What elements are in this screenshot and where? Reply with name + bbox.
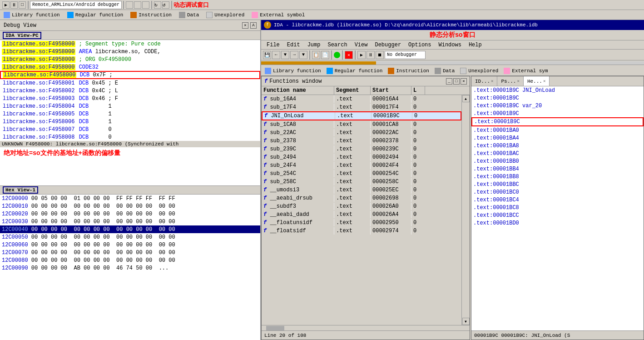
copy-btn[interactable]: 📋 xyxy=(312,51,320,59)
down-btn[interactable]: ▼ xyxy=(281,51,289,59)
func-row-subdf3[interactable]: f __subdf3 .text 000026A0 0 xyxy=(262,202,461,210)
ida-line-6[interactable]: libcrackme.so:F4958001 DCB 0x45 ; E xyxy=(0,79,260,87)
scroll-up-btn[interactable]: ▲ xyxy=(462,95,470,102)
fw-minimize-btn[interactable]: _ xyxy=(446,78,452,85)
fwd-btn[interactable]: → xyxy=(290,51,298,59)
tab-line-16[interactable]: .text:00001BC8 xyxy=(471,204,644,211)
menu-search[interactable]: Search xyxy=(324,40,351,49)
ida-line-3[interactable]: libcrackme.so:F4958000 ; ORG 0xF4958000 xyxy=(0,55,260,63)
tab-line-12[interactable]: .text:00001BB8 xyxy=(471,173,644,180)
tab-line-1[interactable]: .text:00001B9C JNI_OnLoad xyxy=(471,86,644,94)
ida-line-4[interactable]: libcrackme.so:F4958000 CODE32 xyxy=(0,63,260,71)
hex-line-8[interactable]: 12C00070 00 00 00 00 00 00 00 00 00 00 0… xyxy=(0,249,260,256)
ida-line-11[interactable]: libcrackme.so:F4958006 DCB 1 xyxy=(0,118,260,125)
col-fname-header[interactable]: Function name xyxy=(262,86,334,95)
func-row-sub-24F4[interactable]: f sub_24F4 .text 000024F4 0 xyxy=(262,161,461,170)
hex-line-3[interactable]: 12C00020 00 00 00 00 00 00 00 00 00 00 0… xyxy=(0,210,260,218)
func-row-umodsi3[interactable]: f __umodsi3 .text 000025EC 0 xyxy=(262,186,461,194)
ida-line-5-selected[interactable]: libcrackme.so:F4958000 DCB 0x7F ; xyxy=(0,71,260,79)
debug-view-restore-btn[interactable]: A xyxy=(250,22,257,29)
hex-line-7[interactable]: 12C00060 00 00 00 00 00 00 00 00 00 00 0… xyxy=(0,241,260,249)
stop-btn[interactable]: □ xyxy=(19,1,26,9)
tab-line-4[interactable]: .text:00001B9C xyxy=(471,110,644,117)
hex-line-5-selected[interactable]: 12C00040 00 00 00 00 00 00 00 00 00 00 0… xyxy=(0,225,260,233)
tab-line-9[interactable]: .text:00001BAC xyxy=(471,150,644,157)
tab-ps[interactable]: Ps... ✕ xyxy=(497,76,523,86)
func-row-sub-2378[interactable]: f sub_2378 .text 00002378 0 xyxy=(262,137,461,145)
fw-close-btn[interactable]: ✕ xyxy=(461,78,467,85)
fw-restore-btn[interactable]: □ xyxy=(453,78,460,85)
save-btn[interactable]: 💾 xyxy=(263,51,271,59)
func-row-aeabi-drsub[interactable]: f __aeabi_drsub .text 00002698 0 xyxy=(262,194,461,202)
tab-id[interactable]: ID... ✕ xyxy=(471,76,497,86)
ida-line-8[interactable]: libcrackme.so:F4958003 DCB 0x46 ; F xyxy=(0,95,260,102)
menu-windows[interactable]: Windows xyxy=(435,40,465,49)
hex-line-4[interactable]: 12C00030 00 00 00 00 00 00 00 00 00 00 0… xyxy=(0,218,260,225)
toolbar-btn-3[interactable] xyxy=(142,1,149,9)
tab-line-17[interactable]: .text:00001BCC xyxy=(471,211,644,219)
func-row-sub-239C[interactable]: f sub_239C .text 0000239C 0 xyxy=(262,145,461,153)
hex-line-6[interactable]: 12C00050 00 00 00 00 00 00 00 00 00 00 0… xyxy=(0,233,260,241)
ida-line-10[interactable]: libcrackme.so:F4958005 DCB 1 xyxy=(0,110,260,118)
hex-line-10[interactable]: 12C00090 00 00 00 00 AB 00 00 00 46 74 5… xyxy=(0,264,260,272)
debugger-dropdown[interactable]: Remote_ARMLinux/Android debugger xyxy=(30,1,122,9)
debug-view-close-btn[interactable]: ✕ xyxy=(242,22,248,29)
func-row-aeabi-dadd[interactable]: f __aeabi_dadd .text 000026A4 0 xyxy=(262,210,461,219)
tab-line-13[interactable]: .text:00001BBC xyxy=(471,180,644,188)
toolbar-btn-1[interactable] xyxy=(126,1,133,9)
menu-options[interactable]: Options xyxy=(405,40,435,49)
tab-line-15[interactable]: .text:00001BC4 xyxy=(471,196,644,204)
menu-file[interactable]: File xyxy=(263,40,283,49)
functions-scrollbar[interactable]: ▲ ▼ xyxy=(461,95,470,325)
paste-btn[interactable]: 📄 xyxy=(321,51,329,59)
menu-help[interactable]: Help xyxy=(465,40,485,49)
func-row-sub-17F4[interactable]: f sub_17F4 .text 000017F4 0 xyxy=(262,103,461,111)
tab-line-8[interactable]: .text:00001BA8 xyxy=(471,142,644,150)
tab-ps-close[interactable]: ✕ xyxy=(517,79,519,84)
menu-edit[interactable]: Edit xyxy=(283,40,304,49)
no-debugger-dropdown[interactable]: No debugger xyxy=(385,51,426,59)
pause-btn[interactable]: ⏸ xyxy=(10,1,18,9)
play-btn-static[interactable]: ▶ xyxy=(357,51,366,59)
cross-btn[interactable]: ✕ xyxy=(345,51,353,59)
func-row-sub-254C[interactable]: f sub_254C .text 0000254C 0 xyxy=(262,170,461,178)
func-row-jni-onload[interactable]: f JNI_OnLoad .text 00001B9C 0 xyxy=(262,111,461,120)
tab-line-11[interactable]: .text:00001BB4 xyxy=(471,165,644,173)
pause-btn-static[interactable]: ⏸ xyxy=(367,51,375,59)
tab-he-close[interactable]: ✕ xyxy=(543,79,545,84)
ida-line-7[interactable]: libcrackme.so:F4958002 DCB 0x4C ; L xyxy=(0,87,260,95)
ida-line-2[interactable]: libcrackme.so:F4958000 AREA libcrackme.s… xyxy=(0,48,260,55)
func-row-sub-22AC[interactable]: f sub_22AC .text 000022AC 0 xyxy=(262,129,461,137)
hex-line-1[interactable]: 12C00000 00 05 00 00 01 00 00 00 FF FF F… xyxy=(0,195,260,202)
col-l-header[interactable]: L xyxy=(411,86,425,95)
func-row-floatsidf[interactable]: f __floatsidf .text 00002974 0 xyxy=(262,227,461,235)
tab-line-7[interactable]: .text:00001BA4 xyxy=(471,134,644,142)
menu-jump[interactable]: Jump xyxy=(304,40,324,49)
func-row-sub-2494[interactable]: f sub_2494 .text 00002494 0 xyxy=(262,153,461,161)
toolbar-btn-5[interactable]: ↺ xyxy=(162,1,169,9)
tab-he[interactable]: He... ✕ xyxy=(524,76,550,86)
ida-line-9[interactable]: libcrackme.so:F4958004 DCB 1 xyxy=(0,102,260,110)
tab-line-6[interactable]: .text:00001BA0 xyxy=(471,126,644,134)
back-btn[interactable]: ← xyxy=(272,51,280,59)
func-row-sub-258C[interactable]: f sub_258C .text 0000258C 0 xyxy=(262,178,461,186)
col-segment-header[interactable]: Segment xyxy=(334,86,371,95)
tab-id-close[interactable]: ✕ xyxy=(491,79,493,84)
hex-line-2[interactable]: 12C00010 00 00 00 00 00 00 00 00 00 00 0… xyxy=(0,202,260,210)
ida-line-12[interactable]: libcrackme.so:F4958007 DCB 0 xyxy=(0,125,260,133)
tab-line-18[interactable]: .text:00001BD0 xyxy=(471,219,644,227)
tab-line-10[interactable]: .text:00001BB0 xyxy=(471,157,644,165)
tab-line-14[interactable]: .text:00001BC0 xyxy=(471,188,644,196)
stop-btn-static[interactable]: ⏹ xyxy=(376,51,384,59)
tab-line-5-selected[interactable]: .text:00001B9C xyxy=(471,117,644,126)
functions-hscrollbar[interactable] xyxy=(262,325,470,330)
hex-line-9[interactable]: 12C00080 00 00 00 00 00 00 00 00 00 00 0… xyxy=(0,256,260,264)
toolbar-btn-2[interactable] xyxy=(134,1,141,9)
ida-line-13[interactable]: libcrackme.so:F4958008 DCB 0 xyxy=(0,133,260,141)
scroll-down-btn[interactable]: ▼ xyxy=(462,318,470,325)
ida-line-1[interactable]: libcrackme.so:F4958000 ; Segment type: P… xyxy=(0,40,260,48)
down2-btn[interactable]: ▼ xyxy=(299,51,307,59)
tab-line-2[interactable]: .text:00001B9C xyxy=(471,94,644,102)
toolbar-btn-4[interactable]: ↻ xyxy=(154,1,161,9)
func-row-sub-16A4[interactable]: f sub_16A4 .text 000016A4 0 xyxy=(262,95,461,103)
